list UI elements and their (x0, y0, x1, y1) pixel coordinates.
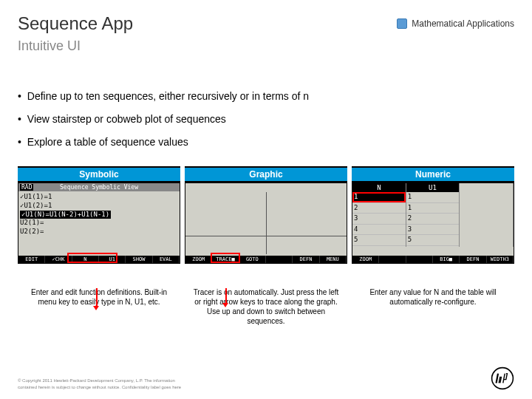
u1-cell: 2 (406, 214, 460, 225)
defn-button[interactable]: DEFN (460, 256, 486, 263)
goto-button[interactable]: GOTO (239, 256, 266, 263)
seq-line: ✓U1(1)=1 (20, 193, 178, 202)
n-cell: 5 (352, 235, 406, 246)
symbolic-title: Symbolic (18, 166, 180, 183)
zoom-button[interactable]: ZOOM (185, 256, 212, 263)
big-button[interactable]: BIG■ (433, 256, 460, 263)
x-axis (185, 236, 347, 236)
width-button[interactable]: WIDTH3 (487, 256, 514, 263)
copyright-text: © Copyright 2011 Hewlett-Packard Develop… (18, 378, 181, 390)
graphic-title: Graphic (185, 166, 347, 183)
u1-column-head: U1 (406, 183, 460, 192)
callout-box (352, 192, 406, 202)
page-subtitle: Intuitive UI (18, 38, 514, 54)
zoom-button[interactable]: ZOOM (352, 256, 379, 263)
arrow-head-icon (222, 303, 228, 307)
seq-line-selected: ✓U1(N)=U1(N-2)+U1(N-1) (20, 211, 111, 219)
defn-button[interactable]: DEFN (293, 256, 319, 263)
y-axis (266, 192, 267, 254)
symbolic-panel: Symbolic RAD Sequence Symbolic View ✓U1(… (18, 166, 180, 264)
u1-cell: 1 (406, 203, 460, 214)
symbolic-view-label: Sequence Symbolic View (60, 184, 138, 191)
graphic-caption: Tracer is on automatically. Just press t… (185, 287, 347, 326)
edit-button[interactable]: EDIT (18, 256, 45, 263)
blank-button[interactable] (266, 256, 293, 263)
arrow-head-icon (93, 306, 99, 310)
numeric-screen: N 1 2 3 4 5 U1 1 1 2 3 5 (352, 183, 514, 264)
menu-button[interactable]: MENU (320, 256, 347, 263)
u1-cell: 1 (406, 192, 460, 203)
n-cell: 4 (352, 225, 406, 236)
u1-cell: 5 (406, 235, 460, 246)
n-cell: 3 (352, 214, 406, 225)
graphic-screen: ZOOM TRACE■ GOTO DEFN MENU (185, 183, 347, 264)
seq-line: U2(1)= (20, 219, 178, 228)
graphic-panel: Graphic ZOOM TRACE■ GOTO DEFN MENU (185, 166, 347, 264)
bullet-item: Explore a table of sequence values (18, 131, 514, 154)
blank-button[interactable] (379, 256, 406, 263)
callout-box (211, 253, 240, 263)
page-title: Sequence App (18, 13, 133, 34)
symbolic-screen: RAD Sequence Symbolic View ✓U1(1)=1 ✓U1(… (18, 183, 180, 264)
category-dot-icon (397, 18, 407, 29)
blank-button[interactable] (406, 256, 433, 263)
numeric-caption: Enter any value for N and the table will… (352, 287, 514, 326)
numeric-title: Numeric (352, 166, 514, 183)
arrow-line (225, 288, 227, 304)
eval-button[interactable]: EVAL (153, 256, 180, 263)
seq-line: U2(2)= (20, 228, 178, 236)
svg-point-0 (492, 368, 514, 389)
symbolic-caption: Enter and edit function definitions. Bui… (18, 287, 180, 326)
callout-box (67, 253, 117, 263)
numeric-panel: Numeric N 1 2 3 4 5 U1 1 1 2 (352, 166, 514, 264)
bullet-list: Define up to ten sequences, either recur… (18, 85, 514, 153)
rad-indicator: RAD (20, 184, 33, 191)
hp-logo-icon (491, 366, 514, 390)
category-label: Mathematical Applications (397, 18, 514, 29)
show-button[interactable]: SHOW (126, 256, 152, 263)
n-column-head: N (352, 183, 406, 192)
seq-line: ✓U1(2)=1 (20, 202, 178, 211)
category-text: Mathematical Applications (412, 18, 514, 29)
n-cell: 2 (352, 203, 406, 214)
arrow-line (96, 288, 98, 307)
bullet-item: Define up to ten sequences, either recur… (18, 85, 514, 108)
u1-cell: 3 (406, 225, 460, 236)
bullet-item: View stairstep or cobweb plot of sequenc… (18, 108, 514, 131)
